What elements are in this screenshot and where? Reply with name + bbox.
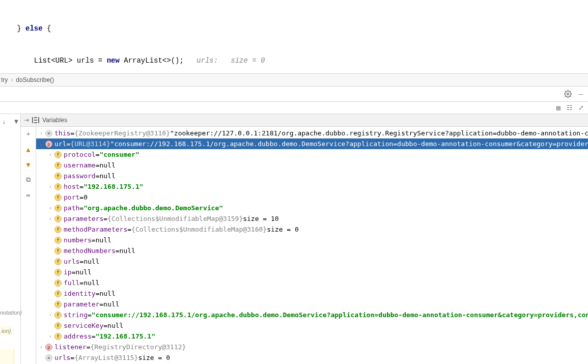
variable-type: {Collections$UnmodifiableMap@3160} xyxy=(131,226,267,233)
variable-value: "org.apache.dubbo.demo.DemoService" xyxy=(83,204,223,212)
variable-name: numbers xyxy=(64,236,92,244)
field-badge-icon: f xyxy=(54,205,62,212)
variable-row[interactable]: ›fport = 0 xyxy=(36,192,588,203)
variable-row[interactable]: ›faddress = "192.168.175.1" xyxy=(36,331,588,342)
gear-icon[interactable] xyxy=(564,90,572,98)
variable-name: full xyxy=(64,279,79,287)
variable-value: "consumer://192.168.175.1/org.apache.dub… xyxy=(92,311,588,319)
variable-name: identity xyxy=(64,290,96,297)
variable-row[interactable]: ›fpassword = null xyxy=(36,171,588,181)
code-line: } else { xyxy=(0,23,588,34)
variables-toolbar: ＋ ▲ ▼ ⧉ ∞ xyxy=(21,127,36,364)
variables-tree[interactable]: ›≡this = {ZookeeperRegistry@3110} "zooke… xyxy=(36,127,588,364)
chevron-right-icon[interactable]: › xyxy=(47,216,53,221)
variable-value: null xyxy=(120,247,135,255)
variable-value: null xyxy=(99,290,115,297)
field-badge-icon: f xyxy=(54,215,62,222)
variable-value: size = 0 xyxy=(267,226,299,233)
variable-name: path xyxy=(64,204,79,212)
variable-value: "192.168.175.1" xyxy=(83,183,143,190)
variable-row[interactable]: ›plistener = {RegistryDirectory@3112} xyxy=(36,342,588,352)
breadcrumb-item[interactable]: doSubscribe() xyxy=(16,76,54,83)
variable-type: {RegistryDirectory@3112} xyxy=(90,343,186,351)
layout2-icon[interactable]: ☷ xyxy=(566,104,574,112)
variable-row[interactable]: ›fmethodNumbers = null xyxy=(36,245,588,256)
frame-stub: ion) xyxy=(0,326,12,335)
variable-row[interactable]: ›fmethodParameters = {Collections$Unmodi… xyxy=(36,224,588,235)
field-badge-icon: f xyxy=(54,173,62,180)
variable-name: host xyxy=(64,183,79,190)
variable-row[interactable]: ›fidentity = null xyxy=(36,288,588,299)
variable-row[interactable]: ›≡this = {ZookeeperRegistry@3110} "zooke… xyxy=(36,128,588,138)
debug-toolbar: — xyxy=(0,87,588,102)
variable-row[interactable]: ›fhost = "192.168.175.1" xyxy=(36,181,588,192)
minimize-icon[interactable]: — xyxy=(577,90,585,98)
debug-subtoolbar: ▤ ☷ ⤢ xyxy=(0,102,588,114)
variable-value: size = 0 xyxy=(138,354,170,361)
variable-row[interactable]: ›ffull = null xyxy=(36,277,588,288)
variable-row[interactable]: ›fusername = null xyxy=(36,160,588,171)
variable-name: this xyxy=(54,129,70,137)
chevron-down-icon[interactable]: ⌄ xyxy=(38,141,44,147)
arrow-down-icon[interactable]: ↓ xyxy=(0,117,8,125)
variable-row[interactable]: ›fserviceKey = null xyxy=(36,320,588,331)
field-badge-icon: f xyxy=(54,322,62,329)
variable-value: "consumer" xyxy=(99,151,139,158)
field-badge-icon: f xyxy=(54,151,62,158)
variable-row[interactable]: ›fstring = "consumer://192.168.175.1/org… xyxy=(36,310,588,320)
variable-row[interactable]: ›fnumbers = null xyxy=(36,235,588,245)
chevron-right-icon[interactable]: › xyxy=(47,205,53,211)
restore-icon[interactable]: ⤢ xyxy=(577,104,585,112)
variable-row[interactable]: ›fip = null xyxy=(36,267,588,277)
layout-icon[interactable]: ▤ xyxy=(554,104,563,112)
variable-row[interactable]: ›fpath = "org.apache.dubbo.demo.DemoServ… xyxy=(36,203,588,213)
variable-value: "consumer://192.168.175.1/org.apache.dub… xyxy=(110,140,588,148)
pin-icon[interactable]: ⇥ xyxy=(24,117,29,124)
copy-icon[interactable]: ⧉ xyxy=(24,176,33,184)
plus-icon[interactable]: ＋ xyxy=(24,130,33,138)
variables-header: ⇥ Variables xyxy=(21,114,588,127)
field-badge-icon: f xyxy=(54,312,62,319)
variable-value: null xyxy=(75,268,91,276)
arrow-down-icon[interactable]: ▼ xyxy=(24,160,33,169)
variable-value: "192.168.175.1" xyxy=(96,332,155,340)
chevron-right-icon[interactable]: › xyxy=(38,130,44,136)
chevron-right-icon[interactable]: › xyxy=(47,152,53,157)
variable-row[interactable]: ›furls = null xyxy=(36,256,588,267)
debug-panel: ↓ ▼ notation) ion) ⇥ Variables ＋ ▲ ▼ ⧉ ∞… xyxy=(0,114,588,364)
variable-name: parameter xyxy=(64,300,99,308)
breadcrumb: try › doSubscribe() xyxy=(0,73,588,87)
code-editor[interactable]: } else { List<URL> urls = new ArrayList<… xyxy=(0,0,588,73)
variable-value: null xyxy=(83,279,99,287)
variable-row[interactable]: ›fprotocol = "consumer" xyxy=(36,149,588,160)
variable-row[interactable]: ›fparameters = {Collections$Unmodifiable… xyxy=(36,213,588,224)
variable-value: size = 10 xyxy=(243,215,278,222)
variable-type: {ArrayList@3115} xyxy=(74,354,138,361)
variable-row[interactable]: ›≡urls = {ArrayList@3115} size = 0 xyxy=(36,352,588,363)
variable-name: urls xyxy=(54,354,70,361)
chevron-right-icon[interactable]: › xyxy=(47,184,53,189)
variable-value: null xyxy=(83,258,99,265)
variable-row[interactable]: ›fparameter = null xyxy=(36,299,588,310)
frame-stub: notation) xyxy=(0,310,22,316)
field-badge-icon: f xyxy=(54,247,62,255)
chevron-right-icon[interactable]: › xyxy=(38,344,44,350)
variable-name: ip xyxy=(64,268,72,276)
variable-name: urls xyxy=(64,258,79,265)
chevron-right-icon[interactable]: › xyxy=(47,333,53,339)
variable-name: methodParameters xyxy=(64,226,127,233)
filter-icon[interactable]: ▼ xyxy=(12,117,20,125)
glasses-icon[interactable]: ∞ xyxy=(24,191,33,199)
field-badge-icon: f xyxy=(54,183,62,190)
variable-row[interactable]: ⌄purl = {URL@3114} "consumer://192.168.1… xyxy=(36,138,588,149)
chevron-right-icon[interactable]: › xyxy=(47,312,53,318)
variable-value: null xyxy=(107,322,123,329)
variable-value: null xyxy=(96,236,111,244)
field-badge-icon: f xyxy=(54,279,62,287)
breadcrumb-item[interactable]: try xyxy=(1,76,8,83)
arrow-up-icon[interactable]: ▲ xyxy=(24,145,33,153)
field-badge-icon: f xyxy=(54,226,62,233)
variable-type: {Collections$UnmodifiableMap@3159} xyxy=(107,215,243,222)
field-badge-icon: f xyxy=(54,269,62,276)
variable-name: password xyxy=(64,172,96,180)
